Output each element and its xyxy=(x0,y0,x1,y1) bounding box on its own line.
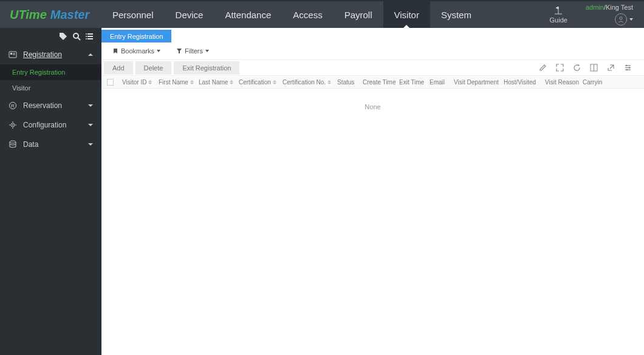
column-header: Visit Reason xyxy=(541,79,579,86)
nav-payroll[interactable]: Payroll xyxy=(334,1,383,28)
column-header[interactable]: First Name xyxy=(155,79,195,86)
user-info: admin/King Test xyxy=(586,4,633,25)
svg-point-6 xyxy=(86,33,87,35)
column-label: Host/Visited xyxy=(504,79,536,86)
column-label: Visitor ID xyxy=(122,79,146,86)
sort-icon xyxy=(230,80,233,84)
column-header: Carryin xyxy=(579,79,601,86)
sidebar-section-registration[interactable]: Registration xyxy=(0,45,101,64)
export-icon[interactable] xyxy=(606,64,615,72)
column-label: Carryin xyxy=(583,79,602,86)
sidebar-item-label: Reservation xyxy=(23,101,82,110)
svg-point-16 xyxy=(12,124,13,126)
nav-label: Device xyxy=(176,10,204,20)
filters-dropdown[interactable]: Filters xyxy=(176,47,209,55)
column-header: Status xyxy=(334,79,359,86)
svg-point-1 xyxy=(74,33,78,38)
nav-label: Payroll xyxy=(344,10,372,20)
sidebar-sub-visitor[interactable]: Visitor xyxy=(0,80,101,96)
settings-icon[interactable] xyxy=(623,64,632,72)
guide-button[interactable]: Guide xyxy=(550,5,567,24)
svg-point-29 xyxy=(626,69,628,71)
list-icon[interactable] xyxy=(86,32,94,41)
svg-text:R: R xyxy=(11,103,15,109)
column-label: Certification xyxy=(239,79,271,86)
nav-device[interactable]: Device xyxy=(165,1,214,28)
table-body: None xyxy=(101,89,644,355)
column-header[interactable]: Certification No. xyxy=(279,79,334,86)
column-header: Host/Visited xyxy=(500,79,541,86)
main-nav: Personnel Device Attendance Access Payro… xyxy=(101,1,482,28)
delete-button[interactable]: Delete xyxy=(135,61,172,75)
column-header[interactable]: Visitor ID xyxy=(118,79,155,86)
add-button[interactable]: Add xyxy=(104,61,133,75)
sort-icon xyxy=(148,80,152,84)
data-icon xyxy=(9,140,17,149)
edit-icon[interactable] xyxy=(538,64,547,72)
expand-icon[interactable] xyxy=(555,64,564,72)
sidebar-sub-entry-registration[interactable]: Entry Registration xyxy=(0,64,101,80)
nav-personnel[interactable]: Personnel xyxy=(101,1,165,28)
sidebar-section-configuration[interactable]: Configuration xyxy=(0,115,101,135)
svg-rect-10 xyxy=(10,53,12,55)
guide-label: Guide xyxy=(550,16,567,24)
chevron-down-icon xyxy=(88,143,93,146)
reservation-icon: R xyxy=(9,101,17,110)
columns-icon[interactable] xyxy=(589,64,598,72)
exit-registration-button[interactable]: Exit Registration xyxy=(174,61,239,75)
button-label: Delete xyxy=(144,64,163,72)
nav-label: Personnel xyxy=(112,10,154,20)
user-name-label: King Test xyxy=(606,4,633,11)
checkbox-icon xyxy=(107,79,114,86)
topbar: UTime Master Personnel Device Attendance… xyxy=(0,0,644,28)
sidebar-section-data[interactable]: Data xyxy=(0,135,101,154)
user-menu[interactable] xyxy=(615,13,633,25)
action-icons xyxy=(538,64,642,72)
sort-icon xyxy=(190,80,194,84)
nav-visitor[interactable]: Visitor xyxy=(383,1,430,28)
sidebar-sub-label: Visitor xyxy=(12,84,30,92)
sidebar-sub-label: Entry Registration xyxy=(12,69,65,76)
svg-line-2 xyxy=(78,38,80,40)
column-label: Certification No. xyxy=(283,79,326,86)
nav-attendance[interactable]: Attendance xyxy=(214,1,282,28)
nav-access[interactable]: Access xyxy=(282,1,333,28)
tag-icon[interactable] xyxy=(59,32,67,41)
registration-icon xyxy=(9,50,17,59)
nav-system[interactable]: System xyxy=(430,1,482,28)
filter-icon xyxy=(176,48,182,54)
column-label: Email xyxy=(430,79,445,86)
nav-label: Attendance xyxy=(225,10,271,20)
empty-label: None xyxy=(365,103,380,355)
nav-label: System xyxy=(441,10,471,20)
tab-entry-registration[interactable]: Entry Registration xyxy=(101,30,171,42)
toolbar-label: Bookmarks xyxy=(121,47,154,55)
content: Entry Registration Bookmarks Filters Add xyxy=(101,28,644,355)
column-header: Email xyxy=(426,79,450,86)
app-logo[interactable]: UTime Master xyxy=(0,8,101,22)
column-header[interactable]: Last Name xyxy=(195,79,235,86)
sidebar-item-label: Configuration xyxy=(23,121,82,129)
chevron-down-icon xyxy=(88,104,93,107)
sort-icon xyxy=(327,80,331,84)
bookmarks-dropdown[interactable]: Bookmarks xyxy=(112,47,160,55)
svg-point-7 xyxy=(86,36,87,37)
column-label: Last Name xyxy=(199,79,228,86)
sort-icon xyxy=(273,80,276,84)
refresh-icon[interactable] xyxy=(572,64,581,72)
column-label: Status xyxy=(337,79,354,86)
select-all-checkbox[interactable] xyxy=(101,79,118,86)
user-admin-label: admin xyxy=(586,4,604,11)
svg-point-8 xyxy=(86,38,87,39)
column-label: Visit Department xyxy=(454,79,499,86)
column-header[interactable]: Certification xyxy=(235,79,279,86)
toolbar-label: Filters xyxy=(185,47,203,55)
tab-bar: Entry Registration xyxy=(101,28,644,42)
sidebar-section-reservation[interactable]: R Reservation xyxy=(0,96,101,115)
button-label: Add xyxy=(112,64,125,72)
search-icon[interactable] xyxy=(72,32,81,41)
logo-text-time: Time xyxy=(18,8,46,22)
sidebar: Registration Entry Registration Visitor … xyxy=(0,28,101,355)
nav-label: Access xyxy=(293,10,322,20)
toolbar: Bookmarks Filters xyxy=(101,42,644,59)
